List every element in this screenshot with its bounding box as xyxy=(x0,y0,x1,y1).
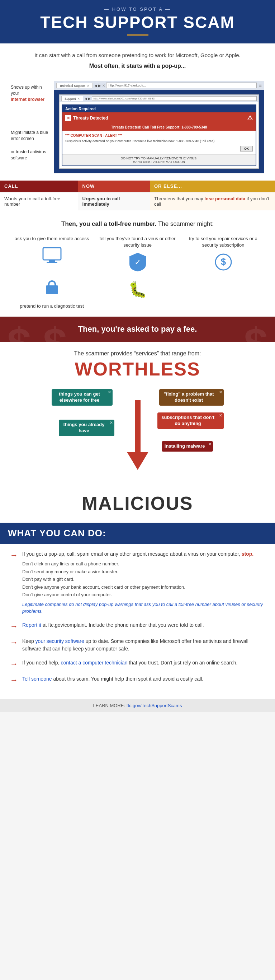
fee-section: $ $ $ Then, you're asked to pay a fee. xyxy=(0,317,275,342)
intro-text: It can start with a call from someone pr… xyxy=(22,51,253,60)
action-item-5: → Tell someone about this scam. You migh… xyxy=(10,675,265,685)
cell-now: Urges you to call immediately xyxy=(78,192,150,210)
arrow-icon-2: → xyxy=(10,622,18,631)
svg-text:$: $ xyxy=(221,256,226,267)
shield-icon: ✓ xyxy=(127,251,149,273)
subitem-giftcard: Don't pay with a gift card. xyxy=(22,576,265,583)
svg-rect-6 xyxy=(135,400,141,454)
scammer-grid: ask you to give them remote access tell … xyxy=(11,235,264,310)
scammer-item-virus: tell you they've found a virus or other … xyxy=(96,235,179,273)
whatyoucando-title: WHAT YOU CAN DO: xyxy=(8,528,267,539)
action-content-4: If you need help, contact a computer tec… xyxy=(22,659,265,667)
contact-technician-link[interactable]: contact a computer technician xyxy=(61,660,127,665)
browser-labels: Shows up within yourinternet browser Mig… xyxy=(11,81,50,163)
action-content-5: Tell someone about this scam. You might … xyxy=(22,675,265,683)
down-arrow-icon xyxy=(127,400,149,473)
action-item-3: → Keep your security software up to date… xyxy=(10,638,265,652)
lock-icon xyxy=(41,278,63,300)
popup-action-required: Action Required xyxy=(62,105,256,112)
col-header-orelse: OR ELSE... xyxy=(150,181,275,192)
tollfree-section: Then, you call a toll-free number. The s… xyxy=(0,210,275,317)
tag-get-elsewhere: things you can get elsewhere for free ✕ xyxy=(52,389,112,406)
report-link[interactable]: Report it xyxy=(22,622,41,628)
tag-fixing-problem: "fixing" a problem that doesn't exist ✕ xyxy=(159,389,224,406)
fee-text: Then, you're asked to pay a fee. xyxy=(7,325,268,334)
popup-ok-button[interactable]: OK xyxy=(240,146,253,151)
outer-url-bar[interactable]: http://www.917-alert.poti... xyxy=(106,83,257,88)
security-software-link[interactable]: your security software xyxy=(35,638,84,644)
col-header-now: NOW xyxy=(78,181,150,192)
subitem-money: Don't send any money or make a wire tran… xyxy=(22,568,265,576)
tollfree-title: Then, you call a toll-free number. The s… xyxy=(11,220,264,228)
cell-orelse: Threatens that you may lose personal dat… xyxy=(150,192,275,210)
svg-rect-0 xyxy=(43,248,61,260)
action-content-1: If you get a pop-up, call, spam email or… xyxy=(22,550,265,615)
arrow-icon-4: → xyxy=(10,659,18,669)
action-item-4: → If you need help, contact a computer t… xyxy=(10,659,265,669)
header-title: TECH SUPPORT SCAM xyxy=(7,13,268,32)
scammer-item-sell: try to sell you repair services or a sec… xyxy=(182,235,264,273)
malicious-word: MALICIOUS xyxy=(11,493,264,514)
arrow-icon-3: → xyxy=(10,638,18,647)
svg-text:✓: ✓ xyxy=(134,258,141,267)
action-content-3: Keep your security software up to date. … xyxy=(22,638,265,652)
popup-alert-text: Suspicious activity detected on your com… xyxy=(65,139,253,143)
browser-section: Shows up within yourinternet browser Mig… xyxy=(0,81,275,181)
worthless-section: The scammer provides “services” that ran… xyxy=(0,342,275,523)
subitem-control: Don't give anyone control of your comput… xyxy=(22,591,265,599)
intro-bold: Most often, it starts with a pop-up... xyxy=(22,63,253,69)
worthless-intro: The scammer provides “services” that ran… xyxy=(11,350,264,357)
inner-browser: Support ✕ ◀▶ http://www.alert.scan001.co… xyxy=(59,94,259,169)
cell-call: Wants you to call a toll-free number xyxy=(0,192,78,210)
popup-warning: DO NOT TRY TO MANUALLY REMOVE THE VIRUS,… xyxy=(62,154,256,165)
header-divider xyxy=(127,35,149,35)
popup-box: Action Required ✕ Threats Detected ⚠ Thr… xyxy=(62,105,256,166)
action-subitems-1: Don't click on any links or call a phone… xyxy=(22,560,265,599)
monitor-icon xyxy=(41,245,63,266)
call-table: CALL NOW OR ELSE... Wants you to call a … xyxy=(0,181,275,210)
inner-url-bar[interactable]: http://www.alert.scan001.com/errpr730u84… xyxy=(92,96,257,101)
popup-alert-title: *** COMPUTER SCAN - ALERT *** xyxy=(65,134,253,137)
dollar-icon: $ xyxy=(213,251,234,273)
popup-body: *** COMPUTER SCAN - ALERT *** Suspicious… xyxy=(62,130,256,154)
footer: LEARN MORE: ftc.gov/TechSupportScams xyxy=(0,699,275,712)
legitimate-note: Legitimate companies do not display pop-… xyxy=(22,601,265,615)
arrow-icon-1: → xyxy=(10,550,18,560)
bug-icon: 🐛 xyxy=(127,278,149,300)
scammer-item-diagnostic: pretend to run a diagnostic test xyxy=(11,278,93,309)
scammer-item-bug: 🐛 xyxy=(96,278,179,303)
footer-url[interactable]: ftc.gov/TechSupportScams xyxy=(126,703,182,708)
arrow-icon-5: → xyxy=(10,676,18,685)
whatyoucando-header: WHAT YOU CAN DO: xyxy=(0,523,275,544)
tag-subscriptions: subscriptions that don't do anything ✕ xyxy=(157,412,224,429)
subitem-links: Don't click on any links or call a phone… xyxy=(22,560,265,568)
scammer-item-remote: ask you to give them remote access xyxy=(11,235,93,266)
tag-installing-malware: installing malware ✕ xyxy=(162,441,213,452)
page-header: — HOW TO SPOT A — TECH SUPPORT SCAM xyxy=(0,0,275,43)
action-item-2: → Report it at ftc.gov/complaint. Includ… xyxy=(10,621,265,631)
tag-already-have: things you already have ✕ xyxy=(59,420,114,436)
label-shows-up: Shows up within yourinternet browser xyxy=(11,84,50,102)
svg-marker-7 xyxy=(127,452,149,470)
header-subtitle: — HOW TO SPOT A — xyxy=(7,6,268,12)
label-antivirus: or trusted antivirus software xyxy=(11,149,50,161)
svg-rect-2 xyxy=(47,262,57,263)
subitem-bank: Don't give anyone your bank account, cre… xyxy=(22,583,265,591)
intro-section: It can start with a call from someone pr… xyxy=(0,43,275,81)
table-row: Wants you to call a toll-free number Urg… xyxy=(0,192,275,210)
col-header-call: CALL xyxy=(0,181,78,192)
action-content-2: Report it at ftc.gov/complaint. Include … xyxy=(22,621,265,629)
label-imitate: Might imitate a blue error screen xyxy=(11,130,50,142)
popup-threats-bar: ✕ Threats Detected ⚠ xyxy=(62,112,256,124)
action-item-1: → If you get a pop-up, call, spam email … xyxy=(10,550,265,615)
whatyoucando-body: → If you get a pop-up, call, spam email … xyxy=(0,544,275,699)
outer-browser: Technical Support ✕ ◀▶ ✕ http://www.917-… xyxy=(54,81,264,173)
tell-someone-link[interactable]: Tell someone xyxy=(22,676,52,682)
svg-rect-1 xyxy=(49,260,55,262)
worthless-word: WORTHLESS xyxy=(11,358,264,380)
footer-learn-more: LEARN MORE: xyxy=(93,703,125,708)
popup-support-line: Threats Detected! Call Toll Free Support… xyxy=(62,124,256,130)
worthless-diagram: things you can get elsewhere for free ✕ … xyxy=(48,385,227,490)
